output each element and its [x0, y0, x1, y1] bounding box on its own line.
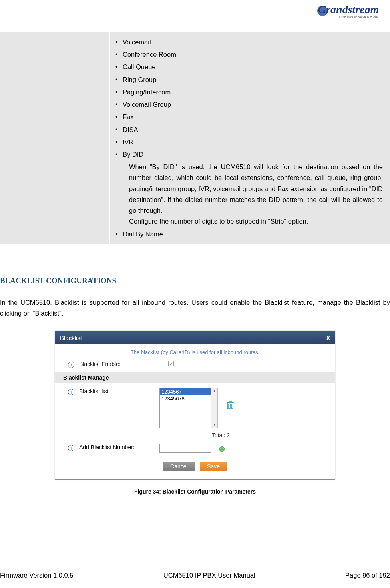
- bullet-icon: •: [113, 229, 123, 239]
- save-button[interactable]: Save: [200, 462, 227, 471]
- bullet-icon: •: [113, 124, 123, 135]
- bullet-icon: •: [113, 149, 123, 160]
- bullet-icon: •: [113, 74, 123, 85]
- listbox-scrollbar[interactable]: ▲ ▼: [211, 388, 218, 428]
- total-count: Total: 2: [60, 432, 330, 438]
- dialog-title: Blacklist: [60, 334, 82, 341]
- page-footer: Firmware Version 1.0.0.5 UCM6510 IP PBX …: [0, 572, 390, 579]
- bullet-label: Fax: [123, 112, 385, 122]
- enable-row: i Blacklist Enable: ✓: [60, 361, 330, 368]
- bullet-icon: •: [113, 37, 123, 47]
- bullet-label: Voicemail Group: [123, 99, 385, 110]
- bullet-item: •DISA: [113, 124, 385, 135]
- bullet-item: •Conference Room: [113, 49, 385, 60]
- info-icon[interactable]: i: [68, 389, 74, 395]
- by-did-description: When "By DID" is used, the UCM6510 will …: [129, 162, 383, 216]
- blacklist-listbox[interactable]: 1234567 12345678: [159, 388, 211, 428]
- info-icon[interactable]: i: [68, 362, 74, 368]
- bullet-icon: •: [113, 62, 123, 72]
- brand-logo: Grandstream Innovative IP Voice & Video: [318, 3, 378, 25]
- add-label: Add Blacklist Number:: [79, 444, 159, 450]
- footer-version: Firmware Version 1.0.0.5: [0, 572, 73, 579]
- scroll-down-icon[interactable]: ▼: [213, 422, 216, 428]
- bullet-item: •IVR: [113, 137, 385, 148]
- bullet-item: •Ring Group: [113, 74, 385, 85]
- dialog-header: Blacklist X: [55, 331, 335, 344]
- manage-subheader: Blacklist Manage: [55, 372, 335, 383]
- list-item[interactable]: 1234567: [160, 388, 211, 395]
- bullet-label: Call Queue: [123, 62, 385, 72]
- close-icon[interactable]: X: [326, 335, 330, 341]
- bullet-item: •Paging/Intercom: [113, 87, 385, 98]
- bullet-label: Conference Room: [123, 49, 385, 60]
- add-icon[interactable]: ⊕: [219, 444, 225, 454]
- dialog-description: The blacklist (by CallerID) is used for …: [60, 349, 330, 355]
- bullet-label: Dial By Name: [123, 229, 385, 240]
- footer-title: UCM6510 IP PBX User Manual: [163, 572, 255, 579]
- cancel-button[interactable]: Cancel: [163, 462, 195, 471]
- bullet-label: IVR: [123, 137, 385, 148]
- options-table: •Voicemail•Conference Room•Call Queue•Ri…: [0, 32, 390, 244]
- footer-page: Page 96 of 192: [345, 572, 390, 579]
- add-number-input[interactable]: [159, 444, 211, 453]
- list-row: i Blacklist list: 1234567 12345678 ▲: [60, 388, 330, 428]
- by-did-strip-note: Configure the number of digits to be str…: [129, 216, 383, 227]
- bullet-icon: •: [113, 99, 123, 110]
- figure-caption: Figure 34: Blacklist Configuration Param…: [0, 488, 390, 495]
- intro-paragraph: In the UCM6510, Blacklist is supported f…: [0, 297, 390, 319]
- bullet-item: •Fax: [113, 112, 385, 122]
- blacklist-dialog: Blacklist X The blacklist (by CallerID) …: [55, 331, 335, 480]
- list-label: Blacklist list:: [79, 388, 159, 394]
- delete-icon[interactable]: [226, 400, 235, 412]
- bullet-item: •By DID: [113, 149, 385, 160]
- bullet-item: •Dial By Name: [113, 229, 385, 240]
- logo-brand-text: Grandstream: [318, 3, 379, 16]
- bullet-label: Paging/Intercom: [123, 87, 385, 98]
- list-item[interactable]: 12345678: [160, 395, 211, 402]
- destination-type-list: •Voicemail•Conference Room•Call Queue•Ri…: [113, 37, 385, 240]
- bullet-item: •Voicemail: [113, 37, 385, 48]
- add-row: i Add Blacklist Number: ⊕: [60, 444, 330, 454]
- bullet-label: By DID: [123, 149, 385, 160]
- bullet-icon: •: [113, 137, 123, 147]
- bullet-item: •Call Queue: [113, 62, 385, 72]
- enable-checkbox[interactable]: ✓: [168, 361, 174, 366]
- bullet-label: DISA: [123, 124, 385, 135]
- bullet-icon: •: [113, 87, 123, 97]
- scroll-up-icon[interactable]: ▲: [213, 388, 216, 394]
- bullet-icon: •: [113, 49, 123, 60]
- bullet-item: •Voicemail Group: [113, 99, 385, 110]
- bullet-icon: •: [113, 112, 123, 122]
- info-icon[interactable]: i: [68, 445, 74, 451]
- section-heading: BLACKLIST CONFIGURATIONS: [0, 276, 390, 285]
- enable-label: Blacklist Enable:: [79, 361, 159, 367]
- bullet-label: Ring Group: [123, 74, 385, 85]
- bullet-label: Voicemail: [123, 37, 385, 48]
